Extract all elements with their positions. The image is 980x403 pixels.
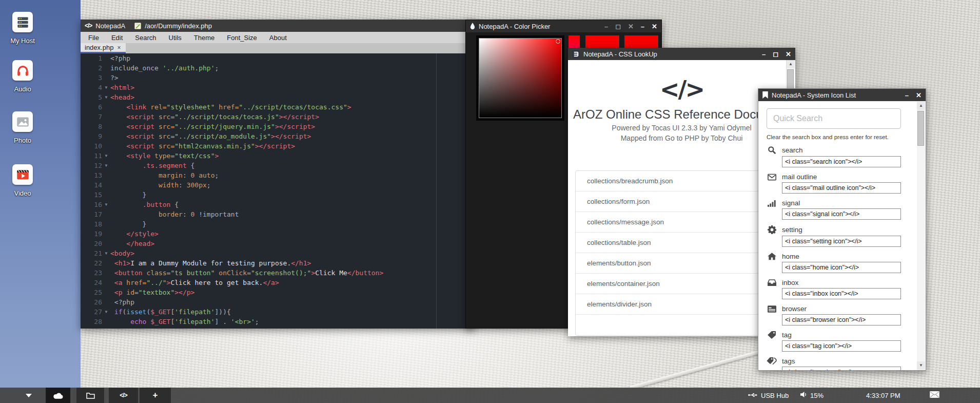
desktop-icon-my-host[interactable]: My Host <box>1 12 44 45</box>
code-line[interactable]: 12▼ .ts.segment { <box>81 161 475 170</box>
desktop-icon-video[interactable]: Video <box>1 164 44 197</box>
picker-inner-close-button[interactable]: ✕ <box>628 23 634 30</box>
css-lookup-maximize-button[interactable]: ◻ <box>773 51 778 57</box>
menu-item-font_size[interactable]: Font_Size <box>227 34 257 42</box>
scroll-down-arrow[interactable]: ▼ <box>917 361 925 370</box>
icon-code-input[interactable] <box>782 340 901 352</box>
css-reference-item[interactable]: elements/button.json <box>576 253 782 274</box>
taskbar-app-cloud[interactable] <box>46 388 70 403</box>
fold-arrow-icon[interactable]: ▼ <box>102 83 110 92</box>
code-line[interactable]: 14 width: 300px; <box>81 180 475 190</box>
code-line[interactable]: 9 <script src="../script/ao_module.js"><… <box>81 131 475 141</box>
menu-item-utils[interactable]: Utils <box>169 34 182 42</box>
scrollbar-thumb[interactable] <box>917 111 924 146</box>
tab-close-icon[interactable]: × <box>117 44 121 51</box>
code-line[interactable]: 19 </style> <box>81 229 475 239</box>
css-reference-item[interactable]: collections/breadcrumb.json <box>576 171 782 191</box>
code-line[interactable]: 13 margin: 0 auto; <box>81 170 475 180</box>
fold-arrow-icon[interactable]: ▼ <box>102 161 110 170</box>
code-line[interactable]: 2include_once '../auth.php'; <box>81 63 475 73</box>
css-reference-item[interactable]: elements/divider.json <box>576 294 782 315</box>
code-line[interactable]: 8 <script src="../script/jquery.min.js">… <box>81 122 475 131</box>
menu-item-about[interactable]: About <box>269 34 287 42</box>
picker-inner-minimize-button[interactable]: – <box>604 23 608 30</box>
clock[interactable]: 4:33:07 PM <box>866 388 900 403</box>
notification-status[interactable] <box>930 388 939 403</box>
desktop-icon-photo[interactable]: Photo <box>1 111 44 144</box>
code-line[interactable]: 21▼<body> <box>81 248 475 258</box>
taskbar-app-files[interactable] <box>76 388 104 403</box>
icon-code-input[interactable] <box>782 208 901 220</box>
icon-code-input[interactable] <box>782 156 901 167</box>
code-line[interactable]: 22 <h1>I am a Dummy Module for testing p… <box>81 258 475 268</box>
icon-code-input[interactable] <box>782 262 901 273</box>
quick-search-input[interactable] <box>767 108 901 129</box>
icon-entry-inbox: inbox <box>767 279 908 299</box>
icon-list-minimize-button[interactable]: – <box>905 92 909 99</box>
editor-titlebar[interactable]: </> NotepadA /aor/Dummy/index.php <box>81 20 475 32</box>
taskbar-new-button[interactable]: + <box>140 388 171 403</box>
code-line[interactable]: 25 <p id="textbox"></p> <box>81 287 475 297</box>
picker-minimize-button[interactable]: – <box>641 23 644 30</box>
code-line[interactable]: 17 border: 0 !important <box>81 209 475 219</box>
menu-item-file[interactable]: File <box>88 34 99 42</box>
css-reference-item[interactable]: collections/message.json <box>576 212 782 233</box>
fold-arrow-icon[interactable]: ▼ <box>102 151 110 161</box>
css-lookup-minimize-button[interactable]: – <box>762 51 766 57</box>
css-lookup-titlebar[interactable]: NotepadA - CSS LookUp – ◻ ✕ <box>568 48 795 60</box>
code-line[interactable]: 11▼ <style type="text/css"> <box>81 151 475 161</box>
menu-item-search[interactable]: Search <box>135 34 156 42</box>
css-reference-item[interactable]: collections/table.json <box>576 233 782 253</box>
saturation-gradient-square[interactable] <box>479 38 562 118</box>
fold-arrow-icon[interactable]: ▼ <box>102 248 110 258</box>
code-line[interactable]: 4▼<html> <box>81 83 475 92</box>
icon-code-input[interactable] <box>782 182 901 194</box>
volume-status[interactable]: 15% <box>800 388 824 403</box>
icon-code-input[interactable] <box>782 367 901 370</box>
icon-code-input[interactable] <box>782 288 901 299</box>
scroll-up-arrow[interactable]: ▲ <box>787 60 795 68</box>
editor-code-area[interactable]: 1<?php2include_once '../auth.php';3?>4▼<… <box>81 53 475 329</box>
code-line[interactable]: 20 </head> <box>81 239 475 248</box>
css-reference-item-partial[interactable] <box>576 315 782 335</box>
picker-titlebar[interactable]: NotepadA - Color Picker – ◻ ✕ – ✕ <box>466 20 661 32</box>
icon-code-input[interactable] <box>782 236 901 247</box>
code-line[interactable]: 10 <script src="html2canvas.min.js"></sc… <box>81 141 475 151</box>
code-line[interactable]: 28 echo $_GET['filepath'] . '<br>'; <box>81 317 475 327</box>
menu-item-theme[interactable]: Theme <box>194 34 214 42</box>
picker-inner-maximize-button[interactable]: ◻ <box>615 23 621 30</box>
fold-arrow-icon[interactable]: ▼ <box>102 92 110 102</box>
icon-list-scrollbar[interactable]: ▲ ▼ <box>917 102 925 370</box>
code-line[interactable]: 24 <a href="../">Click here to get back.… <box>81 278 475 287</box>
picker-close-button[interactable]: ✕ <box>652 23 657 30</box>
code-line[interactable]: 23 <button class="ts button" onClick="sc… <box>81 268 475 278</box>
code-line[interactable]: 16▼ .button { <box>81 200 475 209</box>
code-line[interactable]: 6 <link rel="stylesheet" href="../script… <box>81 102 475 112</box>
css-lookup-close-button[interactable]: ✕ <box>786 51 791 57</box>
usb-status[interactable]: USB Hub <box>748 388 789 403</box>
code-line[interactable]: 5▼<head> <box>81 92 475 102</box>
css-reference-item[interactable]: elements/container.json <box>576 274 782 294</box>
taskbar-chevron-down-icon[interactable] <box>22 388 36 403</box>
gradient-cursor[interactable] <box>556 39 560 44</box>
fold-arrow-icon[interactable]: ▼ <box>102 200 110 209</box>
line-number: 12 <box>81 161 102 170</box>
css-reference-item[interactable]: collections/form.json <box>576 191 782 212</box>
code-line[interactable]: 15 } <box>81 190 475 200</box>
code-line[interactable]: 26 <?php <box>81 297 475 307</box>
code-line[interactable]: 3?> <box>81 73 475 83</box>
menu-item-edit[interactable]: Edit <box>111 34 123 42</box>
code-line[interactable]: 1<?php <box>81 53 475 63</box>
tab-index-php[interactable]: index.php × <box>81 43 126 53</box>
taskbar-app-notepada[interactable]: </> <box>109 388 138 403</box>
desktop-icon-audio[interactable]: Audio <box>1 60 44 93</box>
code-line[interactable]: 27▼ if(isset($_GET['filepath'])){ <box>81 307 475 317</box>
fold-arrow-icon[interactable]: ▼ <box>102 307 110 317</box>
icon-list-titlebar[interactable]: NotepadA - System Icon List – ✕ <box>758 89 926 101</box>
icon-code-input[interactable] <box>782 314 901 325</box>
icon-list-close-button[interactable]: ✕ <box>916 92 922 99</box>
line-number: 4 <box>81 83 102 92</box>
scroll-up-arrow[interactable]: ▲ <box>917 102 925 110</box>
code-line[interactable]: 18 } <box>81 219 475 229</box>
code-line[interactable]: 7 <script src="../script/tocas/tocas.js"… <box>81 112 475 122</box>
